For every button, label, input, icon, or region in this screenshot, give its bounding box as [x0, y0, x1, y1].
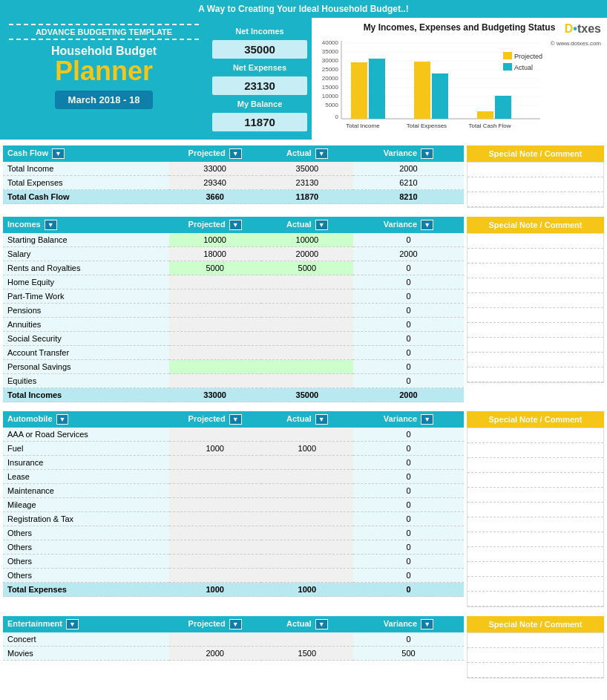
incomes-actual-filter[interactable]: ▼: [315, 220, 328, 230]
entertainment-category-cell: Concert: [3, 632, 169, 647]
svg-text:Actual: Actual: [514, 64, 533, 71]
svg-rect-22: [414, 62, 430, 119]
incomes-variance-cell: 0: [353, 304, 464, 318]
cashflow-note-panel: Special Note / Comment: [467, 145, 604, 208]
incomes-variance-cell: 0: [353, 360, 464, 374]
entertainment-filter-btn[interactable]: ▼: [66, 619, 79, 629]
automobile-actual-cell: 1000: [261, 442, 353, 456]
incomes-row: Rents and Royalties 5000 5000 0: [3, 261, 464, 275]
svg-rect-19: [351, 62, 367, 119]
incomes-note-header: Special Note / Comment: [467, 217, 604, 233]
automobile-actual-filter[interactable]: ▼: [315, 414, 328, 425]
cashflow-projected-cell: 29340: [169, 176, 261, 190]
net-incomes-value: 35000: [212, 40, 307, 59]
cashflow-actual-header: Actual ▼: [261, 145, 353, 162]
incomes-variance-cell: 0: [353, 374, 464, 388]
automobile-note-header: Special Note / Comment: [467, 411, 604, 428]
incomes-row: Social Security 0: [3, 332, 464, 346]
incomes-actual-cell: [261, 374, 353, 388]
incomes-projected-cell: 10000: [169, 233, 261, 247]
dotxes-logo: D•txes: [565, 22, 601, 36]
automobile-total-row: Total Expenses 1000 1000 0: [3, 583, 464, 597]
automobile-variance-cell: 0: [353, 526, 464, 540]
incomes-category-cell: Salary: [3, 247, 169, 261]
incomes-actual-cell: [261, 318, 353, 332]
cashflow-var-filter[interactable]: ▼: [421, 148, 433, 159]
svg-text:20000: 20000: [322, 75, 339, 82]
cashflow-category-cell: Total Expenses: [3, 176, 169, 190]
automobile-row: Registration & Tax 0: [3, 512, 464, 526]
automobile-projected-cell: [169, 512, 261, 526]
automobile-row: Others 0: [3, 526, 464, 540]
cashflow-table: Cash Flow ▼ Projected ▼ Actual ▼ Varia: [3, 145, 464, 204]
cashflow-category-cell: Total Cash Flow: [3, 190, 169, 204]
incomes-actual-header: Actual ▼: [261, 217, 353, 233]
cashflow-note-body: [467, 162, 604, 208]
incomes-variance-cell: 0: [353, 332, 464, 346]
automobile-row: Lease 0: [3, 470, 464, 484]
cashflow-actual-filter[interactable]: ▼: [315, 148, 328, 159]
incomes-actual-cell: [261, 360, 353, 374]
entertainment-var-filter[interactable]: ▼: [421, 619, 433, 629]
incomes-category-cell: Home Equity: [3, 275, 169, 290]
cashflow-row: Total Expenses 29340 23130 6210: [3, 176, 464, 190]
date-box: March 2018 - 18: [55, 91, 154, 109]
entertainment-actual-filter[interactable]: ▼: [315, 619, 328, 629]
cashflow-proj-filter[interactable]: ▼: [229, 148, 242, 159]
automobile-projected-cell: [169, 428, 261, 442]
chart-title: My Incomes, Expenses and Budgeting Statu…: [318, 22, 601, 33]
automobile-category-header: Automobile ▼: [3, 411, 169, 428]
incomes-row: Pensions 0: [3, 304, 464, 318]
automobile-row: Others 0: [3, 555, 464, 569]
incomes-total-category: Total Incomes: [3, 388, 169, 402]
svg-text:0: 0: [335, 114, 339, 120]
incomes-table-wrap: Incomes ▼ Projected ▼ Actual ▼ Varianc: [3, 217, 464, 402]
cashflow-header-row: Cash Flow ▼ Projected ▼ Actual ▼ Varia: [3, 145, 464, 162]
automobile-projected-cell: [169, 456, 261, 470]
cashflow-filter-btn[interactable]: ▼: [52, 148, 65, 159]
automobile-projected-cell: 1000: [169, 442, 261, 456]
automobile-variance-cell: 0: [353, 512, 464, 526]
automobile-header-row: Automobile ▼ Projected ▼ Actual ▼ Vari: [3, 411, 464, 428]
incomes-filter-btn[interactable]: ▼: [45, 220, 57, 230]
incomes-variance-cell: 0: [353, 290, 464, 304]
incomes-proj-filter[interactable]: ▼: [229, 220, 242, 230]
automobile-var-filter[interactable]: ▼: [421, 414, 433, 425]
cashflow-category-header: Cash Flow ▼: [3, 145, 169, 162]
left-header: ADVANCE BUDGETING TEMPLATE Household Bud…: [0, 18, 208, 140]
automobile-proj-filter[interactable]: ▼: [229, 414, 242, 425]
automobile-variance-cell: 0: [353, 555, 464, 569]
svg-text:Total Expenses: Total Expenses: [407, 122, 447, 129]
incomes-actual-cell: 20000: [261, 247, 353, 261]
automobile-variance-cell: 0: [353, 456, 464, 470]
incomes-category-cell: Personal Savings: [3, 360, 169, 374]
incomes-actual-cell: [261, 332, 353, 346]
incomes-projected-cell: [169, 346, 261, 360]
automobile-category-cell: Insurance: [3, 456, 169, 470]
incomes-category-cell: Pensions: [3, 304, 169, 318]
cashflow-actual-cell: 11870: [261, 190, 353, 204]
incomes-var-filter[interactable]: ▼: [421, 220, 433, 230]
automobile-projected-cell: [169, 526, 261, 540]
automobile-filter-btn[interactable]: ▼: [56, 414, 69, 425]
automobile-variance-cell: 0: [353, 498, 464, 512]
entertainment-projected-cell: 2000: [169, 647, 261, 661]
cashflow-row: Total Income 33000 35000 2000: [3, 162, 464, 176]
svg-text:15000: 15000: [322, 84, 339, 91]
automobile-actual-cell: [261, 526, 353, 540]
entertainment-note-header: Special Note / Comment: [467, 616, 604, 632]
entertainment-actual-cell: [261, 632, 353, 647]
incomes-row: Equities 0: [3, 374, 464, 388]
incomes-total-row: Total Incomes 33000 35000 2000: [3, 388, 464, 402]
cashflow-table-wrap: Cash Flow ▼ Projected ▼ Actual ▼ Varia: [3, 145, 464, 208]
incomes-category-cell: Part-Time Work: [3, 290, 169, 304]
svg-rect-20: [369, 59, 385, 119]
title2: Planner: [55, 58, 153, 85]
entertainment-proj-filter[interactable]: ▼: [229, 619, 242, 629]
incomes-row: Part-Time Work 0: [3, 290, 464, 304]
automobile-section: Automobile ▼ Projected ▼ Actual ▼ Vari: [0, 408, 607, 610]
automobile-category-cell: Others: [3, 555, 169, 569]
incomes-actual-cell: 5000: [261, 261, 353, 275]
automobile-actual-cell: [261, 569, 353, 583]
incomes-variance-cell: 0: [353, 261, 464, 275]
